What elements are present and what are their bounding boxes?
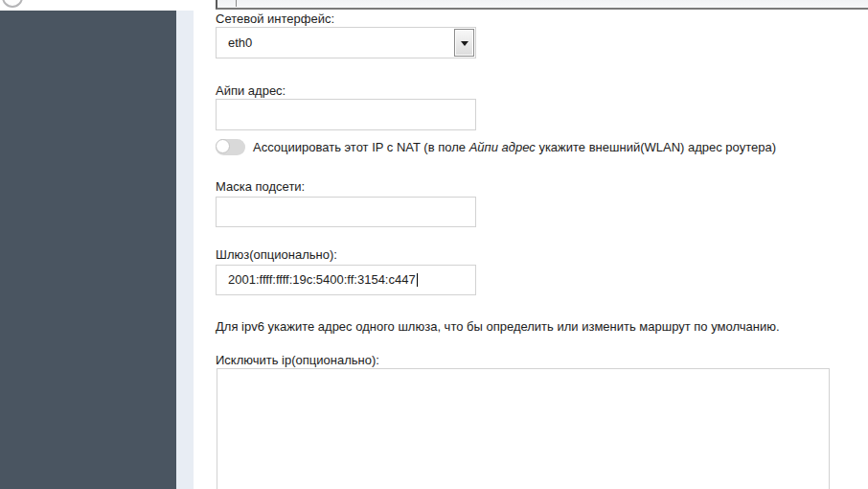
exclude-ip-textarea[interactable] — [217, 368, 830, 489]
ipv6-note: Для ipv6 укажите адрес одного шлюза, что… — [216, 319, 780, 334]
text-cursor — [417, 273, 418, 287]
ip-address-label: Айпи адрес: — [216, 83, 286, 98]
subnet-mask-label: Маска подсети: — [216, 179, 305, 194]
toggle-knob — [216, 139, 230, 153]
network-interface-selected-value: eth0 — [228, 28, 252, 58]
gateway-value: 2001:ffff:ffff:19c:5400:ff:3154:c447 — [228, 266, 418, 294]
network-settings-form: Сетевой интерфейс: eth0 Айпи адрес: Ассо… — [194, 11, 868, 489]
sidebar — [0, 11, 176, 489]
nat-toggle[interactable] — [216, 139, 245, 155]
select-dropdown-button[interactable] — [454, 29, 474, 57]
address-bar-caret — [236, 0, 237, 7]
network-interface-label: Сетевой интерфейс: — [216, 12, 334, 26]
browser-top-strip — [0, 0, 868, 11]
subnet-mask-input[interactable] — [216, 197, 476, 227]
ip-address-input[interactable] — [216, 99, 476, 130]
address-bar[interactable] — [216, 0, 868, 10]
chevron-down-icon — [461, 41, 468, 46]
nat-label-italic: Айпи адрес — [469, 140, 536, 154]
exclude-ip-label: Исключить ip(опционально): — [216, 353, 379, 367]
nat-toggle-row: Ассоциировать этот IP с NAT (в поле Айпи… — [216, 139, 776, 155]
gateway-input[interactable]: 2001:ffff:ffff:19c:5400:ff:3154:c447 — [216, 265, 476, 295]
nat-toggle-label: Ассоциировать этот IP с NAT (в поле Айпи… — [253, 140, 776, 154]
network-interface-select[interactable]: eth0 — [216, 27, 476, 58]
sidebar-gutter — [176, 11, 194, 489]
screen: Сетевой интерфейс: eth0 Айпи адрес: Ассо… — [0, 0, 868, 489]
browser-button-icon[interactable] — [2, 0, 23, 8]
gateway-label: Шлюз(опционально): — [216, 247, 337, 262]
nat-label-prefix: Ассоциировать этот IP с NAT (в поле — [253, 140, 469, 154]
nat-label-suffix: укажите внешний(WLAN) адрес роутера) — [536, 140, 776, 154]
